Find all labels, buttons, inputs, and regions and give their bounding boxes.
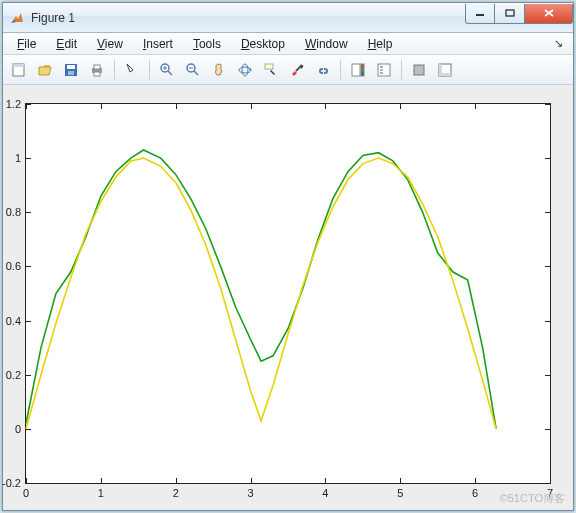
zoom-in-button[interactable] [155, 58, 179, 82]
data-cursor-button[interactable] [259, 58, 283, 82]
x-tick-label: 6 [472, 487, 478, 499]
plot-lines [26, 104, 550, 483]
menubar: File Edit View Insert Tools Desktop Wind… [3, 33, 573, 55]
y-tick-label: 0.8 [6, 206, 21, 218]
menu-insert[interactable]: Insert [135, 35, 181, 53]
y-tick [545, 212, 550, 213]
y-tick [545, 266, 550, 267]
svg-rect-23 [361, 64, 364, 76]
series-yellow [26, 158, 496, 429]
svg-line-15 [194, 71, 198, 75]
matlab-icon [9, 10, 25, 26]
y-tick [26, 266, 31, 267]
x-tick [475, 104, 476, 109]
save-button[interactable] [59, 58, 83, 82]
rotate3d-button[interactable] [233, 58, 257, 82]
svg-rect-3 [13, 64, 24, 67]
menu-file[interactable]: File [9, 35, 44, 53]
brush-button[interactable]: ▾ [285, 58, 309, 82]
y-tick [545, 429, 550, 430]
x-tick [101, 104, 102, 109]
print-button[interactable] [85, 58, 109, 82]
x-tick [101, 478, 102, 483]
x-tick [475, 478, 476, 483]
y-tick-label: 0.4 [6, 315, 21, 327]
x-tick-label: 2 [173, 487, 179, 499]
y-tick [26, 321, 31, 322]
x-tick [550, 478, 551, 483]
x-tick [176, 478, 177, 483]
new-figure-button[interactable] [7, 58, 31, 82]
y-tick [26, 375, 31, 376]
hide-plot-tools-button[interactable] [407, 58, 431, 82]
x-tick [400, 104, 401, 109]
svg-rect-6 [68, 71, 74, 75]
y-tick [545, 483, 550, 484]
x-tick-label: 1 [98, 487, 104, 499]
menu-view[interactable]: View [89, 35, 131, 53]
x-tick [26, 478, 27, 483]
dock-chevron-icon[interactable]: ↘ [554, 37, 567, 50]
x-tick [325, 104, 326, 109]
maximize-button[interactable] [495, 4, 525, 24]
svg-text:▾: ▾ [300, 63, 304, 70]
x-tick [26, 104, 27, 109]
svg-rect-9 [94, 72, 100, 76]
link-button[interactable] [311, 58, 335, 82]
svg-rect-31 [439, 73, 451, 76]
y-tick [26, 212, 31, 213]
y-tick-label: 0.6 [6, 260, 21, 272]
y-tick [545, 321, 550, 322]
menu-edit[interactable]: Edit [48, 35, 85, 53]
menu-help[interactable]: Help [360, 35, 401, 53]
minimize-button[interactable] [465, 4, 495, 24]
close-button[interactable] [525, 4, 573, 24]
x-tick-label: 3 [248, 487, 254, 499]
window-title: Figure 1 [31, 11, 465, 25]
svg-rect-8 [94, 65, 100, 69]
zoom-out-button[interactable] [181, 58, 205, 82]
insert-legend-button[interactable] [372, 58, 396, 82]
x-tick [325, 478, 326, 483]
x-tick-label: 5 [397, 487, 403, 499]
y-tick-label: 1.2 [6, 98, 21, 110]
insert-colorbar-button[interactable] [346, 58, 370, 82]
axes[interactable]: -0.200.20.40.60.811.201234567 [25, 103, 551, 484]
svg-line-11 [168, 71, 172, 75]
pan-button[interactable] [207, 58, 231, 82]
y-tick-label: 0.2 [6, 369, 21, 381]
svg-rect-1 [506, 10, 514, 16]
y-tick-label: -0.2 [2, 477, 21, 489]
y-tick [545, 375, 550, 376]
watermark: ©51CTO博客 [500, 491, 565, 506]
menu-desktop[interactable]: Desktop [233, 35, 293, 53]
svg-rect-19 [265, 64, 273, 69]
titlebar[interactable]: Figure 1 [3, 3, 573, 33]
y-tick [545, 158, 550, 159]
x-tick [251, 478, 252, 483]
x-tick-label: 4 [322, 487, 328, 499]
x-tick [176, 104, 177, 109]
y-tick-label: 1 [15, 152, 21, 164]
y-tick [26, 429, 31, 430]
open-button[interactable] [33, 58, 57, 82]
show-plot-tools-button[interactable] [433, 58, 457, 82]
svg-rect-22 [352, 64, 360, 76]
edit-plot-button[interactable] [120, 58, 144, 82]
figure-area: -0.200.20.40.60.811.201234567 [3, 85, 573, 510]
window-controls [465, 4, 573, 24]
svg-point-18 [242, 64, 248, 76]
y-tick-label: 0 [15, 423, 21, 435]
y-tick [26, 483, 31, 484]
svg-rect-24 [378, 64, 390, 76]
menu-window[interactable]: Window [297, 35, 356, 53]
figure-window: Figure 1 File Edit View Insert Tools Des… [2, 2, 574, 511]
menu-tools[interactable]: Tools [185, 35, 229, 53]
x-tick [251, 104, 252, 109]
svg-rect-0 [476, 14, 484, 16]
toolbar: ▾ [3, 55, 573, 85]
series-green [26, 150, 496, 429]
svg-rect-5 [67, 65, 75, 69]
x-tick [550, 104, 551, 109]
x-tick-label: 0 [23, 487, 29, 499]
